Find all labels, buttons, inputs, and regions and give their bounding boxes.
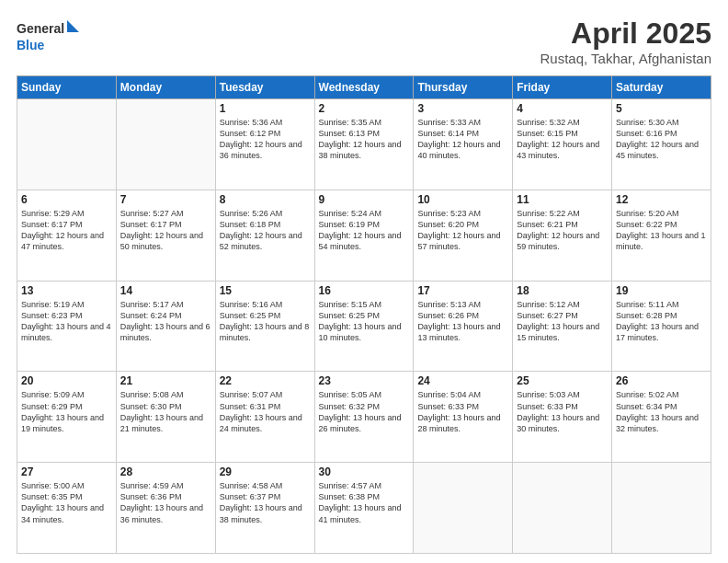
day-number: 19	[616, 284, 707, 297]
calendar-cell: 20Sunrise: 5:09 AM Sunset: 6:29 PM Dayli…	[17, 372, 117, 463]
svg-text:Blue: Blue	[17, 38, 45, 52]
day-info: Sunrise: 5:24 AM Sunset: 6:19 PM Dayligh…	[319, 208, 410, 253]
day-info: Sunrise: 5:15 AM Sunset: 6:25 PM Dayligh…	[319, 299, 410, 344]
month-title: April 2025	[540, 17, 711, 51]
weekday-header-saturday: Saturday	[612, 76, 711, 99]
calendar-cell: 3Sunrise: 5:33 AM Sunset: 6:14 PM Daylig…	[414, 99, 513, 190]
calendar-cell: 2Sunrise: 5:35 AM Sunset: 6:13 PM Daylig…	[314, 99, 414, 190]
day-number: 20	[21, 374, 112, 387]
calendar-week-3: 13Sunrise: 5:19 AM Sunset: 6:23 PM Dayli…	[17, 281, 711, 372]
day-info: Sunrise: 5:30 AM Sunset: 6:16 PM Dayligh…	[616, 117, 707, 162]
day-number: 15	[220, 284, 311, 297]
day-number: 24	[417, 374, 508, 387]
day-number: 29	[220, 465, 311, 478]
day-number: 16	[319, 284, 410, 297]
calendar-cell: 21Sunrise: 5:08 AM Sunset: 6:30 PM Dayli…	[116, 372, 215, 463]
day-number: 11	[517, 193, 608, 206]
calendar-cell: 17Sunrise: 5:13 AM Sunset: 6:26 PM Dayli…	[414, 281, 513, 372]
calendar-cell: 23Sunrise: 5:05 AM Sunset: 6:32 PM Dayli…	[314, 372, 414, 463]
day-info: Sunrise: 5:26 AM Sunset: 6:18 PM Dayligh…	[220, 208, 311, 253]
weekday-header-friday: Friday	[513, 76, 612, 99]
calendar-cell: 9Sunrise: 5:24 AM Sunset: 6:19 PM Daylig…	[314, 190, 414, 281]
weekday-header-row: SundayMondayTuesdayWednesdayThursdayFrid…	[17, 76, 711, 99]
calendar-week-2: 6Sunrise: 5:29 AM Sunset: 6:17 PM Daylig…	[17, 190, 711, 281]
day-number: 3	[417, 102, 508, 115]
calendar-cell: 18Sunrise: 5:12 AM Sunset: 6:27 PM Dayli…	[513, 281, 612, 372]
day-number: 8	[220, 193, 311, 206]
calendar-week-5: 27Sunrise: 5:00 AM Sunset: 6:35 PM Dayli…	[17, 463, 711, 554]
day-info: Sunrise: 5:32 AM Sunset: 6:15 PM Dayligh…	[517, 117, 608, 162]
day-info: Sunrise: 5:12 AM Sunset: 6:27 PM Dayligh…	[517, 299, 608, 344]
day-number: 30	[319, 465, 410, 478]
calendar-cell: 16Sunrise: 5:15 AM Sunset: 6:25 PM Dayli…	[314, 281, 414, 372]
day-number: 13	[21, 284, 112, 297]
weekday-header-sunday: Sunday	[17, 76, 117, 99]
calendar-cell	[17, 99, 117, 190]
day-number: 4	[517, 102, 608, 115]
calendar-cell: 25Sunrise: 5:03 AM Sunset: 6:33 PM Dayli…	[513, 372, 612, 463]
day-info: Sunrise: 5:07 AM Sunset: 6:31 PM Dayligh…	[220, 389, 311, 434]
day-info: Sunrise: 5:11 AM Sunset: 6:28 PM Dayligh…	[616, 299, 707, 344]
day-number: 22	[220, 374, 311, 387]
day-number: 18	[517, 284, 608, 297]
day-info: Sunrise: 5:09 AM Sunset: 6:29 PM Dayligh…	[21, 389, 112, 434]
day-info: Sunrise: 5:03 AM Sunset: 6:33 PM Dayligh…	[517, 389, 608, 434]
calendar-cell: 27Sunrise: 5:00 AM Sunset: 6:35 PM Dayli…	[17, 463, 117, 554]
calendar-cell: 11Sunrise: 5:22 AM Sunset: 6:21 PM Dayli…	[513, 190, 612, 281]
day-number: 2	[319, 102, 410, 115]
calendar-week-1: 1Sunrise: 5:36 AM Sunset: 6:12 PM Daylig…	[17, 99, 711, 190]
calendar-cell: 13Sunrise: 5:19 AM Sunset: 6:23 PM Dayli…	[17, 281, 117, 372]
day-info: Sunrise: 5:19 AM Sunset: 6:23 PM Dayligh…	[21, 299, 112, 344]
day-info: Sunrise: 4:59 AM Sunset: 6:36 PM Dayligh…	[120, 480, 211, 525]
day-number: 27	[21, 465, 112, 478]
day-info: Sunrise: 5:33 AM Sunset: 6:14 PM Dayligh…	[417, 117, 508, 162]
day-number: 1	[220, 102, 311, 115]
day-number: 6	[21, 193, 112, 206]
location-title: Rustaq, Takhar, Afghanistan	[540, 51, 711, 66]
weekday-header-wednesday: Wednesday	[314, 76, 414, 99]
calendar-cell: 24Sunrise: 5:04 AM Sunset: 6:33 PM Dayli…	[414, 372, 513, 463]
calendar-cell: 7Sunrise: 5:27 AM Sunset: 6:17 PM Daylig…	[116, 190, 215, 281]
page: General Blue April 2025 Rustaq, Takhar, …	[0, 0, 728, 563]
calendar-cell	[612, 463, 711, 554]
header: General Blue April 2025 Rustaq, Takhar, …	[17, 17, 711, 66]
day-number: 17	[417, 284, 508, 297]
calendar-cell: 14Sunrise: 5:17 AM Sunset: 6:24 PM Dayli…	[116, 281, 215, 372]
calendar-cell: 26Sunrise: 5:02 AM Sunset: 6:34 PM Dayli…	[612, 372, 711, 463]
calendar-cell: 1Sunrise: 5:36 AM Sunset: 6:12 PM Daylig…	[215, 99, 314, 190]
calendar-cell: 5Sunrise: 5:30 AM Sunset: 6:16 PM Daylig…	[612, 99, 711, 190]
day-info: Sunrise: 5:16 AM Sunset: 6:25 PM Dayligh…	[220, 299, 311, 344]
calendar-cell: 19Sunrise: 5:11 AM Sunset: 6:28 PM Dayli…	[612, 281, 711, 372]
title-block: April 2025 Rustaq, Takhar, Afghanistan	[540, 17, 711, 66]
day-info: Sunrise: 5:36 AM Sunset: 6:12 PM Dayligh…	[220, 117, 311, 162]
day-info: Sunrise: 5:17 AM Sunset: 6:24 PM Dayligh…	[120, 299, 211, 344]
day-info: Sunrise: 5:00 AM Sunset: 6:35 PM Dayligh…	[21, 480, 112, 525]
calendar-cell: 6Sunrise: 5:29 AM Sunset: 6:17 PM Daylig…	[17, 190, 117, 281]
day-number: 10	[417, 193, 508, 206]
calendar-cell: 28Sunrise: 4:59 AM Sunset: 6:36 PM Dayli…	[116, 463, 215, 554]
calendar-table: SundayMondayTuesdayWednesdayThursdayFrid…	[17, 75, 711, 554]
day-info: Sunrise: 4:58 AM Sunset: 6:37 PM Dayligh…	[220, 480, 311, 525]
calendar-cell: 8Sunrise: 5:26 AM Sunset: 6:18 PM Daylig…	[215, 190, 314, 281]
day-info: Sunrise: 5:04 AM Sunset: 6:33 PM Dayligh…	[417, 389, 508, 434]
day-info: Sunrise: 5:05 AM Sunset: 6:32 PM Dayligh…	[319, 389, 410, 434]
calendar-cell: 10Sunrise: 5:23 AM Sunset: 6:20 PM Dayli…	[414, 190, 513, 281]
logo: General Blue	[17, 17, 81, 53]
day-info: Sunrise: 5:23 AM Sunset: 6:20 PM Dayligh…	[417, 208, 508, 253]
calendar-cell: 22Sunrise: 5:07 AM Sunset: 6:31 PM Dayli…	[215, 372, 314, 463]
weekday-header-thursday: Thursday	[414, 76, 513, 99]
day-info: Sunrise: 5:22 AM Sunset: 6:21 PM Dayligh…	[517, 208, 608, 253]
day-info: Sunrise: 5:35 AM Sunset: 6:13 PM Dayligh…	[319, 117, 410, 162]
day-number: 12	[616, 193, 707, 206]
day-info: Sunrise: 4:57 AM Sunset: 6:38 PM Dayligh…	[319, 480, 410, 525]
calendar-cell	[513, 463, 612, 554]
day-number: 26	[616, 374, 707, 387]
day-number: 21	[120, 374, 211, 387]
logo-icon: General Blue	[17, 17, 81, 53]
day-number: 5	[616, 102, 707, 115]
day-info: Sunrise: 5:02 AM Sunset: 6:34 PM Dayligh…	[616, 389, 707, 434]
svg-text:General: General	[17, 21, 64, 36]
calendar-cell: 29Sunrise: 4:58 AM Sunset: 6:37 PM Dayli…	[215, 463, 314, 554]
weekday-header-monday: Monday	[116, 76, 215, 99]
day-number: 7	[120, 193, 211, 206]
